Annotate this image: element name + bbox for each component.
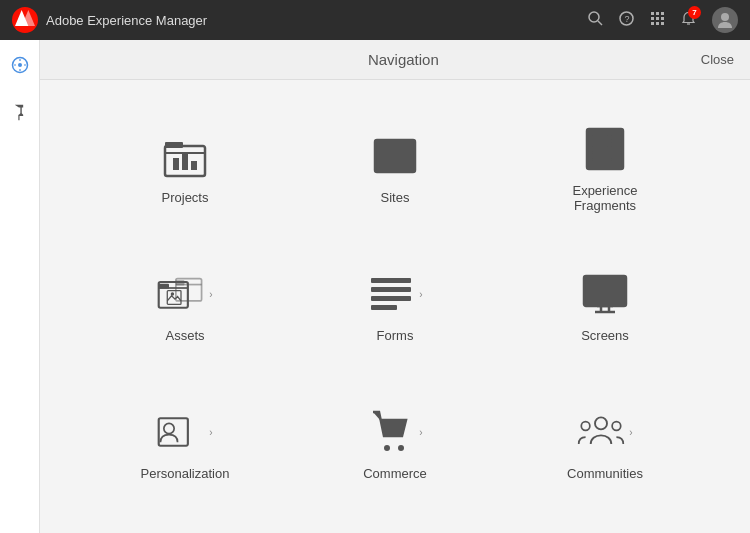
svg-point-40: [171, 292, 174, 295]
pin-icon[interactable]: [1, 93, 37, 129]
compass-icon[interactable]: [7, 52, 33, 82]
nav-item-assets[interactable]: › Assets: [80, 238, 290, 376]
sites-label: Sites: [381, 190, 410, 205]
svg-point-55: [384, 445, 390, 451]
svg-point-18: [18, 63, 22, 67]
svg-text:?: ?: [625, 14, 630, 24]
adobe-logo: [12, 7, 38, 33]
help-icon[interactable]: ?: [619, 11, 634, 29]
svg-rect-24: [191, 161, 197, 170]
svg-rect-29: [379, 154, 411, 168]
nav-item-experience-fragments[interactable]: Experience Fragments: [500, 100, 710, 238]
commerce-icon: ›: [367, 408, 422, 456]
svg-rect-31: [592, 135, 608, 147]
svg-rect-46: [371, 296, 411, 301]
assets-label: Assets: [165, 328, 204, 343]
header-right: ? 7: [588, 7, 738, 33]
svg-rect-9: [651, 17, 654, 20]
projects-label: Projects: [162, 190, 209, 205]
apps-icon[interactable]: [650, 11, 665, 29]
navigation-panel: Navigation Close Projects: [40, 40, 750, 533]
experience-fragments-icon: [581, 125, 629, 173]
svg-rect-33: [611, 142, 621, 147]
svg-rect-34: [592, 151, 621, 154]
notification-wrapper[interactable]: 7: [681, 11, 696, 30]
svg-rect-8: [661, 12, 664, 15]
svg-point-16: [721, 13, 729, 21]
svg-line-3: [598, 21, 602, 25]
header: Adobe Experience Manager ?: [0, 0, 750, 40]
nav-item-screens[interactable]: Screens: [500, 238, 710, 376]
svg-rect-35: [592, 158, 612, 161]
navigation-title: Navigation: [106, 51, 701, 68]
svg-rect-48: [584, 276, 626, 306]
communities-label: Communities: [567, 466, 643, 481]
svg-rect-25: [165, 142, 183, 148]
svg-point-57: [595, 417, 607, 429]
svg-rect-43: [176, 280, 185, 285]
nav-item-projects[interactable]: Projects: [80, 100, 290, 238]
sites-icon: [371, 132, 419, 180]
sidebar: [0, 40, 40, 533]
svg-rect-22: [173, 158, 179, 170]
nav-item-personalization[interactable]: › Personalization: [80, 375, 290, 513]
communities-icon: ›: [577, 408, 632, 456]
close-button[interactable]: Close: [701, 52, 734, 67]
svg-rect-45: [371, 287, 411, 292]
navigation-grid: Projects Sites: [40, 80, 750, 533]
forms-label: Forms: [377, 328, 414, 343]
svg-rect-12: [651, 22, 654, 25]
projects-icon: [161, 132, 209, 180]
commerce-label: Commerce: [363, 466, 427, 481]
svg-point-56: [398, 445, 404, 451]
app-title: Adobe Experience Manager: [46, 13, 207, 28]
svg-rect-44: [371, 278, 411, 283]
personalization-label: Personalization: [141, 466, 230, 481]
svg-rect-10: [656, 17, 659, 20]
user-avatar[interactable]: [712, 7, 738, 33]
svg-point-59: [612, 421, 621, 430]
svg-rect-7: [656, 12, 659, 15]
svg-rect-11: [661, 17, 664, 20]
svg-rect-38: [159, 284, 169, 289]
notification-badge: 7: [688, 6, 701, 19]
forms-icon: ›: [367, 270, 422, 318]
svg-rect-23: [182, 154, 188, 170]
nav-item-communities[interactable]: › Communities: [500, 375, 710, 513]
nav-item-forms[interactable]: › Forms: [290, 238, 500, 376]
svg-point-54: [164, 423, 174, 433]
svg-point-58: [582, 421, 591, 430]
assets-icon: ›: [157, 270, 212, 318]
svg-rect-47: [371, 305, 397, 310]
nav-item-commerce[interactable]: › Commerce: [290, 375, 500, 513]
experience-fragments-label: Experience Fragments: [545, 183, 665, 213]
svg-rect-21: [165, 152, 205, 154]
search-icon[interactable]: [588, 11, 603, 29]
svg-rect-6: [651, 12, 654, 15]
svg-rect-13: [656, 22, 659, 25]
screens-icon: [581, 270, 629, 318]
svg-rect-32: [611, 135, 621, 140]
header-left: Adobe Experience Manager: [12, 7, 207, 33]
nav-item-sites[interactable]: Sites: [290, 100, 500, 238]
screens-label: Screens: [581, 328, 629, 343]
personalization-icon: ›: [157, 408, 212, 456]
svg-rect-14: [661, 22, 664, 25]
svg-point-2: [589, 12, 599, 22]
navigation-header: Navigation Close: [40, 40, 750, 80]
